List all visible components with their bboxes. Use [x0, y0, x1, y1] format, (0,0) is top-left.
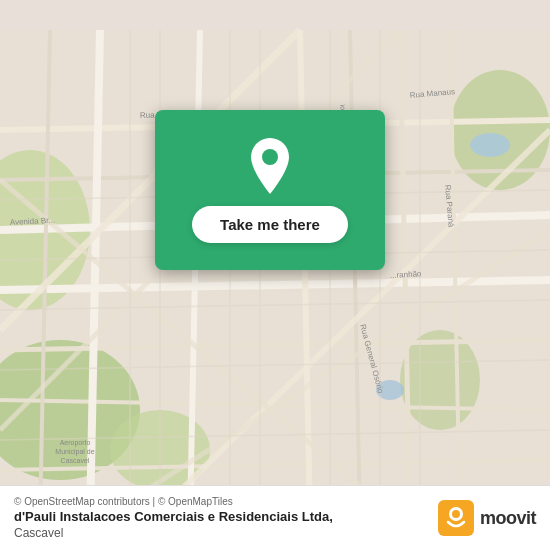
map-attribution: © OpenStreetMap contributors | © OpenMap…: [14, 496, 428, 507]
map-container: Rua Fortaleza Avenida Br... Rua Manaus R…: [0, 0, 550, 550]
take-me-there-button[interactable]: Take me there: [192, 206, 348, 243]
svg-text:Municipal de: Municipal de: [55, 448, 94, 456]
svg-point-6: [470, 133, 510, 157]
moovit-logo: moovit: [438, 500, 536, 536]
destination-card: Take me there: [155, 110, 385, 270]
svg-text:Aeroporto: Aeroporto: [60, 439, 91, 447]
moovit-brand-text: moovit: [480, 508, 536, 529]
moovit-icon: [438, 500, 474, 536]
place-name: d'Pauli Instalacoes Comerciais e Residen…: [14, 509, 428, 524]
map-background: Rua Fortaleza Avenida Br... Rua Manaus R…: [0, 0, 550, 550]
svg-text:Cascavel: Cascavel: [61, 457, 90, 464]
place-city: Cascavel: [14, 526, 428, 540]
location-pin-icon: [246, 138, 294, 194]
bottom-bar: © OpenStreetMap contributors | © OpenMap…: [0, 485, 550, 550]
svg-text:...ranhão: ...ranhão: [390, 269, 423, 280]
svg-point-52: [452, 510, 460, 518]
bottom-info: © OpenStreetMap contributors | © OpenMap…: [14, 496, 428, 540]
svg-point-49: [262, 149, 278, 165]
